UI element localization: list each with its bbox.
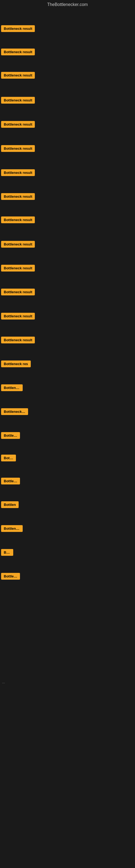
- result-row-3[interactable]: Bottleneck result: [0, 71, 36, 80]
- bottleneck-badge-19[interactable]: Bottle: [1, 455, 16, 461]
- result-row-4[interactable]: Bottleneck result: [0, 96, 36, 105]
- result-row-24[interactable]: Bottlene: [0, 572, 21, 581]
- result-row-1[interactable]: Bottleneck result: [0, 25, 36, 34]
- result-row-9[interactable]: Bottleneck result: [0, 216, 36, 225]
- result-row-21[interactable]: Bottlen: [0, 501, 20, 510]
- bottleneck-badge-14[interactable]: Bottleneck result: [1, 337, 35, 343]
- bottleneck-badge-24[interactable]: Bottlene: [1, 573, 20, 580]
- bottleneck-badge-5[interactable]: Bottleneck result: [1, 121, 35, 128]
- result-row-12[interactable]: Bottleneck result: [0, 288, 36, 297]
- result-row-13[interactable]: Bottleneck result: [0, 312, 36, 321]
- results-list: Bottleneck resultBottleneck resultBottle…: [0, 9, 135, 606]
- bottleneck-badge-10[interactable]: Bottleneck result: [1, 241, 35, 248]
- site-title: TheBottlenecker.com: [0, 0, 135, 9]
- bottleneck-badge-21[interactable]: Bottlen: [1, 501, 18, 508]
- ellipsis-indicator: ...: [1, 678, 6, 686]
- bottleneck-badge-17[interactable]: Bottleneck re: [1, 408, 28, 415]
- result-row-23[interactable]: Bott: [0, 549, 14, 557]
- bottleneck-badge-22[interactable]: Bottleneck: [1, 525, 23, 532]
- result-row-17[interactable]: Bottleneck re: [0, 408, 29, 416]
- result-row-5[interactable]: Bottleneck result: [0, 120, 36, 129]
- result-row-15[interactable]: Bottleneck res: [0, 360, 32, 369]
- bottleneck-badge-1[interactable]: Bottleneck result: [1, 25, 35, 32]
- result-row-11[interactable]: Bottleneck result: [0, 264, 36, 273]
- result-row-2[interactable]: Bottleneck result: [0, 48, 36, 57]
- result-row-10[interactable]: Bottleneck result: [0, 240, 36, 249]
- bottleneck-badge-3[interactable]: Bottleneck result: [1, 72, 35, 79]
- bottleneck-badge-20[interactable]: Bottlene: [1, 478, 20, 485]
- bottleneck-badge-12[interactable]: Bottleneck result: [1, 289, 35, 296]
- bottleneck-badge-11[interactable]: Bottleneck result: [1, 265, 35, 272]
- bottleneck-badge-15[interactable]: Bottleneck res: [1, 361, 31, 367]
- bottleneck-badge-7[interactable]: Bottleneck result: [1, 169, 35, 176]
- bottleneck-badge-18[interactable]: Bottlene: [1, 432, 20, 439]
- result-row-20[interactable]: Bottlene: [0, 477, 21, 486]
- page-container: TheBottlenecker.com Bottleneck resultBot…: [0, 0, 135, 868]
- bottleneck-badge-16[interactable]: Bottleneck: [1, 384, 23, 391]
- result-row-22[interactable]: Bottleneck: [0, 525, 24, 533]
- bottleneck-badge-4[interactable]: Bottleneck result: [1, 97, 35, 104]
- result-row-18[interactable]: Bottlene: [0, 432, 21, 440]
- result-row-14[interactable]: Bottleneck result: [0, 336, 36, 345]
- result-row-7[interactable]: Bottleneck result: [0, 169, 36, 178]
- bottleneck-badge-23[interactable]: Bott: [1, 549, 13, 556]
- result-row-19[interactable]: Bottle: [0, 454, 17, 463]
- result-row-16[interactable]: Bottleneck: [0, 384, 24, 393]
- bottleneck-badge-9[interactable]: Bottleneck result: [1, 216, 35, 223]
- bottleneck-badge-2[interactable]: Bottleneck result: [1, 49, 35, 55]
- bottleneck-badge-6[interactable]: Bottleneck result: [1, 145, 35, 152]
- result-row-6[interactable]: Bottleneck result: [0, 145, 36, 154]
- bottleneck-badge-13[interactable]: Bottleneck result: [1, 313, 35, 319]
- result-row-8[interactable]: Bottleneck result: [0, 193, 36, 202]
- bottleneck-badge-8[interactable]: Bottleneck result: [1, 193, 35, 200]
